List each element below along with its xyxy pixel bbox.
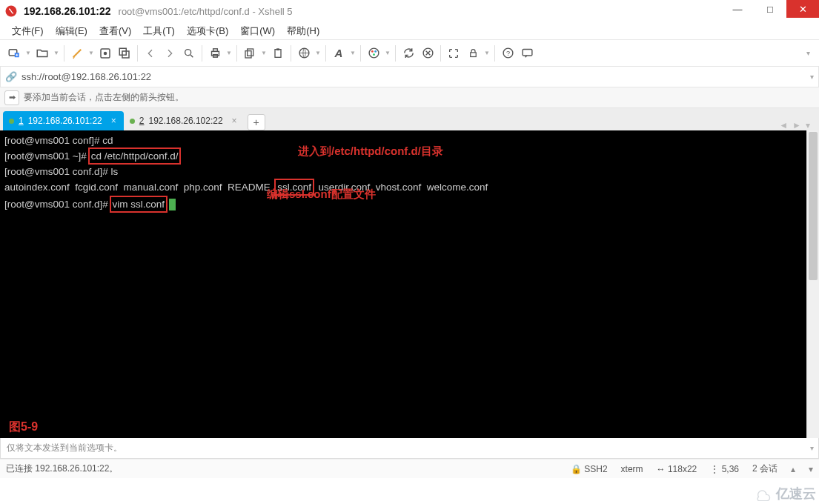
app-logo-icon xyxy=(4,4,18,18)
svg-rect-9 xyxy=(213,49,217,52)
lock-dropdown-icon[interactable]: ▼ xyxy=(483,44,491,63)
new-session-dropdown-icon[interactable]: ▼ xyxy=(24,44,33,63)
open-session-icon[interactable] xyxy=(33,44,52,63)
add-session-arrow-button[interactable]: ➡ xyxy=(4,90,19,105)
svg-point-16 xyxy=(369,48,379,58)
svg-point-7 xyxy=(185,49,191,55)
watermark: 亿速云 xyxy=(752,485,816,503)
prompt: [root@vms001 conf.d]# xyxy=(4,166,111,177)
paste-icon[interactable] xyxy=(268,44,288,63)
title-address: 192.168.26.101:22 xyxy=(24,5,111,17)
separator xyxy=(360,45,361,62)
open-session-dropdown-icon[interactable]: ▼ xyxy=(52,44,61,63)
tab-list-dropdown-icon[interactable]: ▾ xyxy=(806,120,810,130)
tab-index: 1 xyxy=(19,116,24,126)
scrollbar-thumb[interactable] xyxy=(809,132,818,280)
svg-rect-24 xyxy=(523,50,532,56)
tab-next-icon[interactable]: ► xyxy=(792,120,801,130)
address-history-dropdown-icon[interactable]: ▾ xyxy=(810,73,814,81)
menu-edit[interactable]: 编辑(E) xyxy=(51,23,92,39)
terminal-scrollbar[interactable] xyxy=(806,130,819,438)
fullscreen-icon[interactable] xyxy=(444,44,463,63)
status-dot-icon xyxy=(9,119,14,124)
svg-rect-12 xyxy=(245,50,251,57)
separator xyxy=(395,45,396,62)
forward-icon[interactable] xyxy=(160,44,179,63)
toolbar: ▼ ▼ ▼ ▼ ▼ ▼ A ▼ ▼ ▼ ? ▾ xyxy=(0,40,819,67)
menu-file[interactable]: 文件(F) xyxy=(7,23,48,39)
copy-session-icon[interactable] xyxy=(115,44,134,63)
compose-bar[interactable]: 仅将文本发送到当前选项卡。 ▾ xyxy=(0,438,819,459)
menu-tools[interactable]: 工具(T) xyxy=(139,23,179,39)
new-session-icon[interactable] xyxy=(4,44,24,63)
svg-rect-11 xyxy=(248,49,253,56)
menu-help[interactable]: 帮助(H) xyxy=(282,23,324,39)
session-tab-1[interactable]: 1 192.168.26.101:22 × xyxy=(3,111,124,130)
separator xyxy=(64,45,64,62)
tab-close-icon[interactable]: × xyxy=(111,116,116,126)
properties-icon[interactable] xyxy=(96,44,115,63)
status-sessions: 2 会话 xyxy=(752,462,777,475)
separator xyxy=(440,45,441,62)
tab-label: 192.168.26.102:22 xyxy=(149,116,223,126)
script-icon[interactable] xyxy=(67,44,87,63)
menu-view[interactable]: 查看(V) xyxy=(95,23,136,39)
tab-prev-icon[interactable]: ◄ xyxy=(779,120,788,130)
status-up-icon[interactable]: ▴ xyxy=(791,464,795,474)
print-dropdown-icon[interactable]: ▼ xyxy=(225,44,233,63)
compose-hint: 仅将文本发送到当前选项卡。 xyxy=(7,442,122,454)
toolbar-overflow-icon[interactable]: ▾ xyxy=(801,49,815,57)
tab-label: 192.168.26.101:22 xyxy=(28,116,102,126)
color-dropdown-icon[interactable]: ▼ xyxy=(383,44,392,63)
new-tab-button[interactable]: + xyxy=(248,114,265,130)
ls-output: autoindex.conf fcgid.conf manual.conf ph… xyxy=(4,179,815,196)
script-dropdown-icon[interactable]: ▼ xyxy=(87,44,96,63)
terminal-wrap: [root@vms001 conf]# cd [root@vms001 ~]# … xyxy=(0,130,819,438)
tab-close-icon[interactable]: × xyxy=(232,116,237,126)
command: ls xyxy=(111,166,119,177)
disconnect-icon[interactable] xyxy=(418,44,437,63)
svg-rect-13 xyxy=(275,49,281,57)
menu-tab[interactable]: 选项卡(B) xyxy=(182,23,233,39)
font-dropdown-icon[interactable]: ▼ xyxy=(348,44,357,63)
terminal[interactable]: [root@vms001 conf]# cd [root@vms001 ~]# … xyxy=(0,130,819,438)
print-icon[interactable] xyxy=(205,44,225,63)
tab-nav: ◄ ► ▾ xyxy=(779,120,816,130)
font-icon[interactable]: A xyxy=(329,44,348,63)
menubar: 文件(F) 编辑(E) 查看(V) 工具(T) 选项卡(B) 窗口(W) 帮助(… xyxy=(0,22,819,40)
prompt: [root@vms001 conf]# xyxy=(4,135,102,146)
back-icon[interactable] xyxy=(141,44,160,63)
separator xyxy=(202,45,202,62)
address-bar[interactable]: 🔗 ssh://root@192.168.26.101:22 ▾ xyxy=(0,67,819,87)
window-minimize-button[interactable]: — xyxy=(721,0,754,18)
info-bar-text: 要添加当前会话，点击左侧的箭头按钮。 xyxy=(24,91,184,104)
lock-icon[interactable] xyxy=(463,44,483,63)
menu-window[interactable]: 窗口(W) xyxy=(236,23,279,39)
globe-icon[interactable] xyxy=(294,44,314,63)
globe-dropdown-icon[interactable]: ▼ xyxy=(314,44,322,63)
status-connected: 已连接 192.168.26.101:22。 xyxy=(6,462,118,475)
info-bar: ➡ 要添加当前会话，点击左侧的箭头按钮。 xyxy=(0,87,819,108)
copy-dropdown-icon[interactable]: ▼ xyxy=(259,44,268,63)
color-icon[interactable] xyxy=(364,44,383,63)
window-close-button[interactable]: ✕ xyxy=(786,0,819,18)
reconnect-icon[interactable] xyxy=(399,44,418,63)
svg-rect-21 xyxy=(470,53,476,57)
compose-dropdown-icon[interactable]: ▾ xyxy=(810,444,814,452)
link-icon: 🔗 xyxy=(5,71,17,82)
svg-point-4 xyxy=(104,51,107,55)
svg-text:?: ? xyxy=(505,50,509,57)
feedback-icon[interactable] xyxy=(517,44,537,63)
window-maximize-button[interactable]: □ xyxy=(754,0,786,18)
search-icon[interactable] xyxy=(179,44,199,63)
copy-icon[interactable] xyxy=(240,44,259,63)
status-term: xterm xyxy=(621,464,643,474)
status-down-icon[interactable]: ▾ xyxy=(809,464,813,474)
figure-label: 图5-9 xyxy=(9,420,38,434)
tab-index: 2 xyxy=(139,116,145,126)
status-size: ↔ 118x22 xyxy=(657,464,697,474)
help-icon[interactable]: ? xyxy=(498,44,517,63)
prompt: [root@vms001 conf.d]# xyxy=(4,199,111,210)
session-tab-2[interactable]: 2 192.168.26.102:22 × xyxy=(124,111,245,130)
status-dot-icon xyxy=(130,119,135,124)
